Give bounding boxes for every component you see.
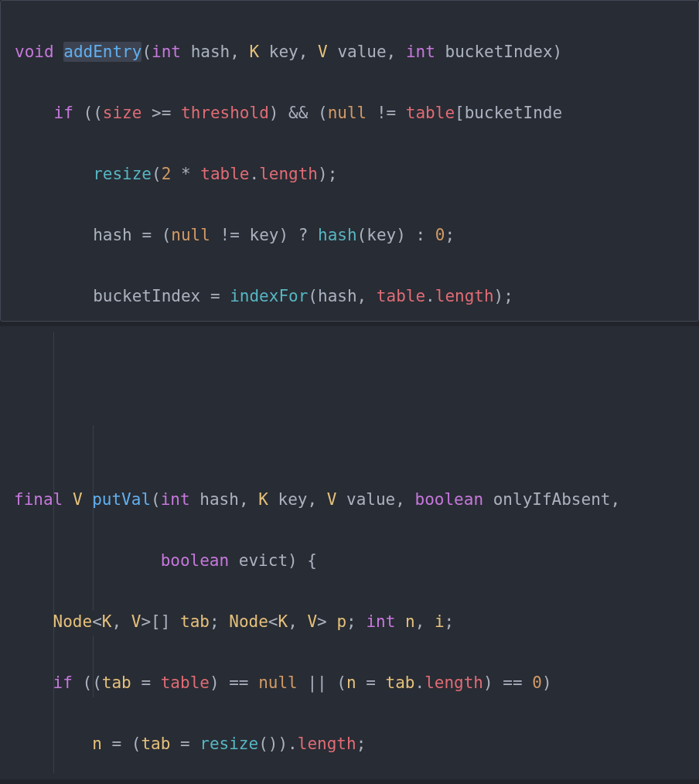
keyword-void: void [15, 43, 54, 61]
method-name-putVal: putVal [92, 490, 151, 509]
code-line[interactable]: void addEntry(int hash, K key, V value, … [15, 37, 698, 67]
code-line[interactable]: n = (tab = resize()).length; [14, 729, 699, 759]
method-name-addEntry[interactable]: addEntry [63, 42, 142, 62]
code-line[interactable]: resize(2 * table.length); [15, 159, 698, 189]
code-line[interactable]: final V putVal(int hash, K key, V value,… [14, 485, 699, 515]
code-line[interactable]: boolean evict) { [14, 546, 699, 576]
code-line[interactable]: if ((size >= threshold) && (null != tabl… [15, 98, 698, 128]
code-line[interactable]: bucketIndex = indexFor(hash, table.lengt… [15, 281, 698, 312]
code-line[interactable]: Node<K, V>[] tab; Node<K, V> p; int n, i… [14, 607, 699, 637]
code-line[interactable]: hash = (null != key) ? hash(key) : 0; [15, 220, 698, 251]
code-editor-pane-2[interactable]: final V putVal(int hash, K key, V value,… [0, 326, 699, 779]
code-editor-pane-1[interactable]: void addEntry(int hash, K key, V value, … [0, 0, 699, 322]
code-line[interactable]: if ((tab = table) == null || (n = tab.le… [14, 668, 699, 698]
